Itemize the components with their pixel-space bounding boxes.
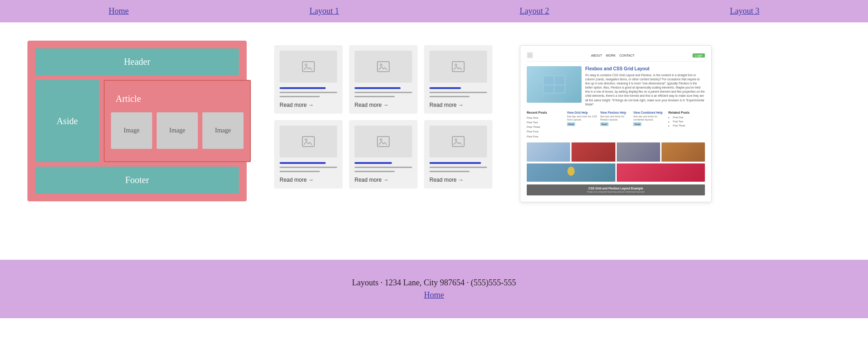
preview-nav-about: ABOUT: [591, 54, 602, 57]
preview-login-button[interactable]: Login: [693, 53, 705, 58]
card-title-line-2: [355, 87, 401, 89]
card-text-line-6b: [429, 171, 470, 172]
card-title-line-5: [355, 162, 392, 164]
preview-hero-image: [527, 66, 582, 103]
preview-recent-list: Post One Post Two Post Three Post Four P…: [527, 116, 563, 139]
preview-hero-title: Flexbox and CSS Grid Layout: [585, 66, 705, 71]
svg-rect-12: [528, 53, 532, 58]
card-2: Read more →: [349, 45, 418, 114]
preview-hero: Flexbox and CSS Grid Layout It's okay to…: [527, 66, 705, 106]
card-3: Read more →: [424, 45, 492, 114]
read-more-link-2[interactable]: Read more →: [355, 102, 412, 108]
card-grid: Read more → Read more → Read more →: [274, 45, 492, 189]
preview-inner: ABOUT WORK CONTACT Login: [520, 46, 711, 202]
preview-photo-6: [617, 163, 705, 182]
preview-footer: CSS Grid and Flexbox Layout Example Hope…: [527, 184, 705, 195]
read-more-link-4[interactable]: Read more →: [280, 177, 337, 183]
preview-recent-title: Recent Posts: [527, 111, 563, 114]
preview-nav-links: ABOUT WORK CONTACT: [591, 54, 635, 57]
svg-rect-17: [555, 85, 565, 93]
preview-photo-4: [662, 142, 705, 162]
svg-rect-4: [452, 62, 464, 72]
preview-photo-1: [527, 142, 570, 162]
preview-help-2: View Combined Help See tips and tricks f…: [633, 111, 665, 139]
main-nav: Home Layout 1 Layout 2 Layout 3: [0, 0, 868, 22]
preview-nav-work: WORK: [606, 54, 616, 57]
read-more-link-6[interactable]: Read more →: [429, 177, 487, 183]
svg-point-3: [380, 64, 382, 66]
diagram-images: Image Image Image: [111, 112, 243, 149]
svg-rect-6: [302, 137, 314, 147]
diagram-footer: Footer: [35, 167, 239, 194]
footer-home-link[interactable]: Home: [424, 290, 444, 299]
card-6: Read more →: [424, 120, 492, 189]
card-5: Read more →: [349, 120, 418, 189]
read-more-link-5[interactable]: Read more →: [355, 177, 412, 183]
preview-hero-body: It's okay to combine CSS Grid Layout and…: [585, 73, 705, 106]
card-image-icon-1: [280, 51, 337, 83]
card-text-line-5a: [355, 167, 412, 168]
diagram-image-0: Image: [111, 112, 152, 149]
card-title-line-3: [429, 87, 461, 89]
nav-home[interactable]: Home: [109, 6, 129, 16]
svg-rect-10: [452, 137, 464, 147]
diagram-image-2: Image: [202, 112, 243, 149]
preview-help-0: View Grid Help See tips and tricks for C…: [567, 111, 598, 139]
preview-related-posts: Related Posts Post One Post Two Post Thr…: [668, 111, 705, 139]
screenshot-preview: ABOUT WORK CONTACT Login: [520, 45, 712, 202]
card-text-line-3a: [429, 92, 487, 93]
preview-photos-row1: [527, 142, 705, 162]
preview-photo-2: [572, 142, 615, 162]
preview-photo-3: [617, 142, 660, 162]
nav-layout1[interactable]: Layout 1: [309, 6, 339, 16]
nav-layout3[interactable]: Layout 3: [730, 6, 760, 16]
card-text-line-2b: [355, 96, 395, 97]
preview-help-1: View Flexbox Help See tips and tricks fo…: [600, 111, 632, 139]
svg-rect-14: [544, 76, 554, 84]
diagram-middle: Aside Article Image Image Image: [35, 80, 239, 162]
card-text-line-3b: [429, 96, 470, 97]
diagram-header: Header: [35, 48, 239, 75]
layout-diagram: Header Aside Article Image Image Image F…: [27, 41, 247, 201]
preview-photos-row2: [527, 163, 705, 182]
card-text-line-2a: [355, 92, 412, 93]
diagram-article-label: Article: [116, 94, 141, 104]
svg-rect-15: [555, 76, 565, 84]
diagram-article: Article Image Image Image: [104, 80, 251, 162]
card-1: Read more →: [274, 45, 343, 114]
preview-nav: ABOUT WORK CONTACT Login: [527, 52, 705, 62]
main-content: Header Aside Article Image Image Image F…: [0, 22, 868, 260]
diagram-aside: Aside: [35, 80, 99, 162]
svg-point-7: [305, 139, 307, 141]
svg-point-11: [455, 139, 457, 141]
card-title-line-4: [280, 162, 326, 164]
card-image-icon-5: [355, 126, 412, 158]
card-4: Read more →: [274, 120, 343, 189]
preview-recent-posts: Recent Posts Post One Post Two Post Thre…: [527, 111, 563, 139]
svg-point-9: [380, 139, 382, 141]
card-text-line-6a: [429, 167, 487, 168]
diagram-image-1: Image: [157, 112, 198, 149]
read-more-link-1[interactable]: Read more →: [280, 102, 337, 108]
preview-main-grid: Recent Posts Post One Post Two Post Thre…: [527, 111, 705, 139]
preview-nav-contact: CONTACT: [619, 54, 635, 57]
card-text-line-1a: [280, 92, 337, 93]
svg-point-1: [305, 64, 307, 66]
card-title-line-1: [280, 87, 326, 89]
card-text-line-4b: [280, 171, 320, 172]
read-more-link-3[interactable]: Read more →: [429, 102, 487, 108]
svg-rect-2: [377, 62, 389, 72]
card-image-icon-4: [280, 126, 337, 158]
svg-point-5: [455, 64, 457, 66]
svg-rect-16: [544, 85, 554, 93]
card-text-line-4a: [280, 167, 337, 168]
card-text-line-5b: [355, 171, 395, 172]
preview-help-sections: View Grid Help See tips and tricks for C…: [567, 111, 665, 139]
card-image-icon-3: [429, 51, 487, 83]
preview-hero-text: Flexbox and CSS Grid Layout It's okay to…: [585, 66, 705, 106]
card-title-line-6: [429, 162, 481, 164]
footer-address: Layouts · 1234 Lane, City 987654 · (555)…: [9, 278, 859, 288]
nav-layout2[interactable]: Layout 2: [520, 6, 550, 16]
svg-rect-8: [377, 137, 389, 147]
svg-rect-0: [302, 62, 314, 72]
